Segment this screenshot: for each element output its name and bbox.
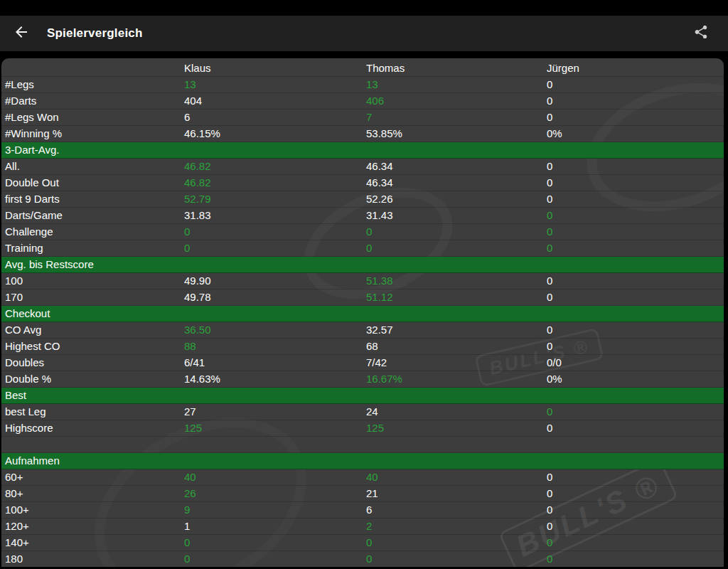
cell-juergen: 0 [547,273,724,289]
row-label: CO Avg [1,322,184,338]
status-bar [0,0,728,16]
cell-klaus: 88 [184,339,366,354]
cell-klaus: 27 [184,404,366,420]
row-label: Doubles [1,355,184,371]
cell-juergen: 0 [547,486,724,501]
cell-juergen: 0 [547,339,724,354]
cell-thomas: 40 [366,469,547,485]
cell-klaus: 46.15% [184,126,366,142]
cell-juergen: 0 [547,535,724,551]
column-header-klaus: Klaus [184,60,366,76]
cell-klaus: 0 [184,240,366,256]
back-button[interactable] [4,16,38,50]
cell-klaus: 40 [184,469,366,485]
column-header-empty [1,60,184,76]
cell-klaus: 1 [184,519,366,534]
cell-thomas: 51.12 [366,289,547,305]
cell-juergen: 0 [547,404,724,420]
row-label: Highest CO [1,339,184,354]
cell-thomas: 53.85% [366,126,547,142]
cell-klaus: 6 [184,110,366,125]
share-button[interactable] [687,19,715,48]
cell-klaus: 404 [184,93,366,109]
row-label: 140+ [1,535,184,551]
table-row: All.46.8246.340 [1,159,724,175]
cell-thomas: 68 [366,339,547,354]
cell-thomas: 0 [366,551,547,567]
cell-thomas: 51.38 [366,273,547,289]
stats-table[interactable]: BULL'S ® BULL'S ® Klaus Thomas Jürgen #L… [1,58,724,567]
cell-klaus: 31.83 [184,208,366,223]
cell-juergen: 0/0 [547,355,724,371]
column-header-juergen: Jürgen [547,60,724,76]
table-row: Darts/Game31.8331.430 [1,208,724,224]
cell-juergen: 0 [547,519,724,534]
cell-juergen: 0 [547,175,724,191]
cell-thomas: 16.67% [366,371,547,387]
table-row: best Leg27240 [1,404,724,420]
section-header-row: Avg. bis Restscore [1,257,724,273]
table-row: first 9 Darts52.7952.260 [1,191,724,208]
cell-juergen: 0 [547,224,724,240]
cell-juergen: 0 [547,110,724,125]
row-label: first 9 Darts [1,191,184,207]
section-header-row: Aufnahmen [1,453,724,469]
cell-thomas: 21 [366,486,547,501]
section-header-row: 3-Dart-Avg. [1,142,724,159]
row-label: 100+ [1,502,184,518]
cell-thomas: 46.34 [366,175,547,191]
table-row: 100+960 [1,502,724,519]
cell-klaus: 49.90 [184,273,366,289]
cell-juergen: 0 [547,159,724,174]
cell-thomas: 24 [366,404,547,420]
section-header-row: Best [1,388,724,404]
share-icon [693,24,709,43]
table-row: 140+000 [1,535,724,551]
table-row: 17049.7851.120 [1,289,724,306]
table-row: Doubles6/417/420/0 [1,355,724,371]
cell-juergen: 0% [547,126,724,142]
cell-thomas: 7 [366,110,547,125]
cell-juergen: 0 [547,77,724,92]
row-label: 120+ [1,519,184,534]
cell-klaus: 26 [184,486,366,501]
table-row: Highest CO88680 [1,339,724,355]
cell-klaus: 9 [184,502,366,518]
table-row: 80+26210 [1,486,724,502]
empty-row [1,437,724,453]
cell-klaus: 13 [184,77,366,92]
row-label: #Legs Won [1,110,184,125]
table-row: Training000 [1,240,724,257]
cell-thomas: 0 [366,240,547,256]
table-row: #Legs13130 [1,77,724,93]
table-row: #Legs Won670 [1,110,724,126]
row-label: 100 [1,273,184,289]
table-header-row: Klaus Thomas Jürgen [1,60,724,77]
cell-klaus: 0 [184,551,366,567]
cell-klaus: 6/41 [184,355,366,371]
table-row: #Winning %46.15%53.85%0% [1,126,724,142]
cell-juergen: 0 [547,93,724,109]
cell-thomas: 7/42 [366,355,547,371]
table-row: 180000 [1,551,724,567]
cell-thomas: 125 [366,420,547,436]
row-label: Highscore [1,420,184,436]
cell-thomas: 6 [366,502,547,518]
section-title: Best [1,388,184,403]
cell-thomas: 31.43 [366,208,547,223]
row-label: Double Out [1,175,184,191]
app-screen: Spielervergleich BULL'S ® BULL'S ® Klaus… [0,0,728,569]
cell-thomas: 0 [366,224,547,240]
section-title: Checkout [1,306,184,321]
cell-klaus: 52.79 [184,191,366,207]
row-label: #Darts [1,93,184,109]
table-row: Double Out46.8246.340 [1,175,724,191]
row-label: #Winning % [1,126,184,142]
app-bar: Spielervergleich [0,16,728,51]
table-row: 120+120 [1,519,724,535]
cell-klaus: 0 [184,224,366,240]
table-row: CO Avg36.5032.570 [1,322,724,339]
row-label: #Legs [1,77,184,92]
table-row: #Darts4044060 [1,93,724,110]
page-title: Spielervergleich [47,26,143,41]
